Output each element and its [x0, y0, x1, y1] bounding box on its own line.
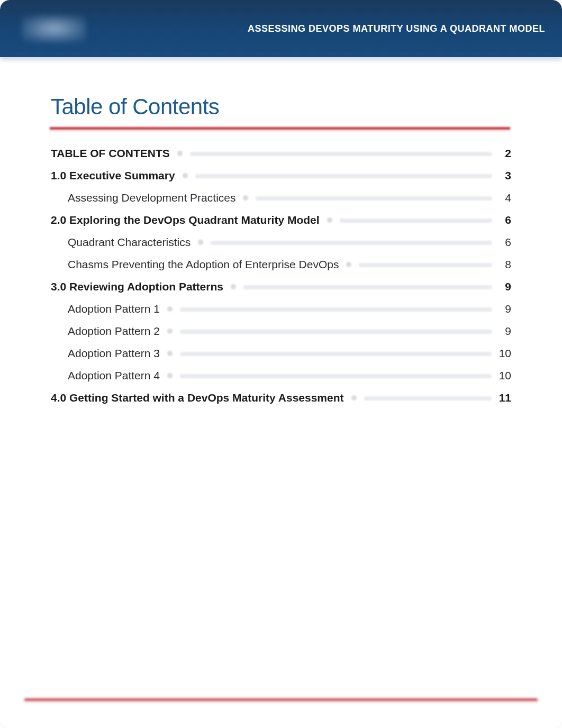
toc-entry-page: 10	[499, 347, 511, 360]
toc-leader-dot	[327, 217, 332, 223]
toc-leader-dot	[167, 306, 173, 312]
toc-entry-page: 6	[500, 214, 511, 226]
page-wrapper: ASSESSING DEVOPS MATURITY USING A QUADRA…	[0, 0, 562, 728]
toc-leader-dot	[167, 373, 173, 378]
toc-entry-label: 1.0 Executive Summary	[51, 169, 175, 182]
toc-entry-page: 11	[499, 392, 511, 404]
header-title: ASSESSING DEVOPS MATURITY USING A QUADRA…	[248, 23, 545, 34]
content-area: Table of Contents TABLE OF CONTENTS21.0 …	[0, 57, 562, 404]
toc-entry-page: 4	[500, 192, 511, 204]
toc-entry-label: TABLE OF CONTENTS	[51, 147, 170, 160]
heading-divider	[50, 127, 510, 132]
toc-entry-page: 9	[500, 280, 511, 293]
toc-entry[interactable]: Chasms Preventing the Adoption of Enterp…	[51, 258, 511, 271]
toc-entry[interactable]: Adoption Pattern 29	[51, 325, 511, 338]
toc-leader-dot	[231, 284, 236, 289]
toc-entry-label: 2.0 Exploring the DevOps Quadrant Maturi…	[51, 214, 320, 226]
toc-entry-label: Adoption Pattern 1	[68, 303, 160, 315]
toc-entry[interactable]: 3.0 Reviewing Adoption Patterns9	[51, 280, 511, 293]
toc-entry-page: 6	[500, 236, 511, 249]
toc-leader	[364, 396, 492, 401]
toc-leader	[243, 285, 492, 289]
toc-leader-dot	[167, 351, 173, 356]
toc-entry-label: Chasms Preventing the Adoption of Enterp…	[68, 258, 339, 271]
toc-leader	[180, 352, 492, 356]
toc-leader-dot	[351, 395, 357, 401]
toc-entry-label: Quadrant Characteristics	[68, 236, 191, 249]
toc-list: TABLE OF CONTENTS21.0 Executive Summary3…	[51, 147, 511, 404]
toc-entry[interactable]: 4.0 Getting Started with a DevOps Maturi…	[51, 392, 511, 404]
toc-leader	[340, 219, 492, 223]
toc-entry-label: Assessing Development Practices	[68, 192, 235, 204]
toc-entry-page: 3	[500, 169, 511, 182]
toc-entry-label: Adoption Pattern 4	[68, 369, 160, 382]
toc-leader	[180, 307, 492, 312]
toc-leader-dot	[177, 151, 183, 156]
toc-entry-page: 9	[500, 325, 511, 338]
toc-entry-page: 8	[500, 258, 511, 271]
toc-entry-page: 9	[500, 303, 511, 315]
toc-entry[interactable]: TABLE OF CONTENTS2	[51, 147, 511, 160]
toc-entry[interactable]: Adoption Pattern 310	[51, 347, 511, 360]
toc-entry-label: 4.0 Getting Started with a DevOps Maturi…	[51, 392, 344, 404]
logo-icon	[22, 15, 86, 42]
toc-leader	[211, 241, 492, 245]
toc-leader-dot	[183, 173, 188, 178]
toc-leader	[190, 152, 492, 156]
toc-leader-dot	[243, 195, 248, 201]
toc-entry[interactable]: Adoption Pattern 19	[51, 303, 511, 315]
toc-leader	[195, 174, 492, 178]
header-banner: ASSESSING DEVOPS MATURITY USING A QUADRA…	[0, 0, 562, 57]
toc-leader-dot	[198, 240, 203, 245]
toc-entry[interactable]: Assessing Development Practices4	[51, 192, 511, 204]
toc-entry[interactable]: Quadrant Characteristics6	[51, 236, 511, 249]
toc-leader	[256, 196, 492, 201]
toc-entry[interactable]: 1.0 Executive Summary3	[51, 169, 511, 182]
toc-leader	[180, 330, 492, 334]
toc-entry-label: 3.0 Reviewing Adoption Patterns	[51, 280, 223, 293]
toc-entry-page: 2	[500, 147, 511, 160]
toc-leader	[180, 374, 492, 378]
toc-leader-dot	[346, 262, 351, 267]
toc-leader	[359, 263, 492, 267]
toc-entry-label: Adoption Pattern 2	[68, 325, 160, 338]
toc-entry-page: 10	[499, 369, 511, 382]
toc-entry[interactable]: Adoption Pattern 410	[51, 369, 511, 382]
toc-entry-label: Adoption Pattern 3	[68, 347, 160, 360]
toc-leader-dot	[167, 329, 173, 334]
footer-divider	[24, 698, 538, 704]
toc-entry[interactable]: 2.0 Exploring the DevOps Quadrant Maturi…	[51, 214, 511, 226]
toc-heading: Table of Contents	[51, 94, 511, 120]
